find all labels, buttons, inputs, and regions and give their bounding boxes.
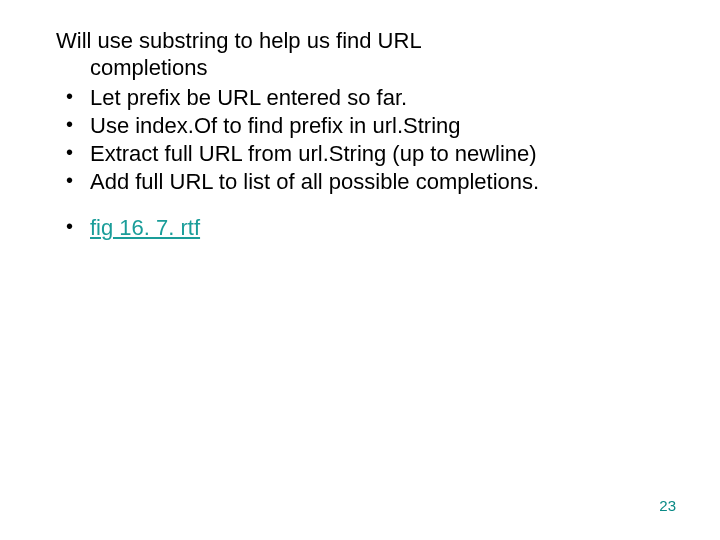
bullet-text: Add full URL to list of all possible com… — [90, 169, 539, 194]
bullet-text: Let prefix be URL entered so far. — [90, 85, 407, 110]
bullet-list: Let prefix be URL entered so far. Use in… — [56, 84, 680, 243]
bullet-text: Use index.Of to find prefix in url.Strin… — [90, 113, 461, 138]
page-number: 23 — [659, 497, 676, 514]
lead-line-2: completions — [56, 55, 680, 82]
file-link[interactable]: fig 16. 7. rtf — [90, 215, 200, 240]
bullet-text: Extract full URL from url.String (up to … — [90, 141, 537, 166]
list-item: Add full URL to list of all possible com… — [56, 168, 680, 196]
list-item: Use index.Of to find prefix in url.Strin… — [56, 112, 680, 140]
list-item: Extract full URL from url.String (up to … — [56, 140, 680, 168]
lead-paragraph: Will use substring to help us find URL c… — [56, 28, 680, 82]
list-item-link: fig 16. 7. rtf — [56, 214, 680, 242]
slide-content: Will use substring to help us find URL c… — [0, 0, 720, 242]
lead-line-1: Will use substring to help us find URL — [56, 28, 422, 53]
list-item: Let prefix be URL entered so far. — [56, 84, 680, 112]
